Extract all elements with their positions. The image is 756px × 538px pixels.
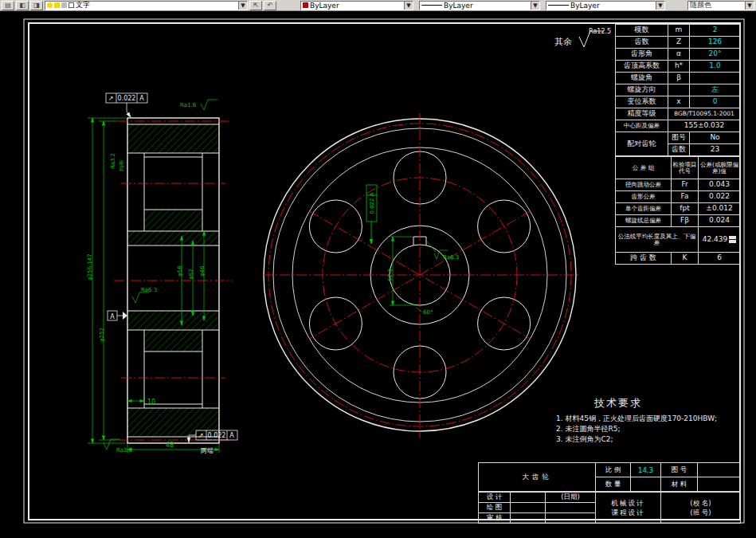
param-label: 模数 <box>616 25 668 37</box>
quantity-label: 数 量 <box>596 477 631 492</box>
table-row: 配对齿轮图号No <box>616 132 741 144</box>
param-symbol <box>668 84 690 96</box>
front-view-centerlines <box>263 113 579 438</box>
label-others: 其余 <box>554 37 572 47</box>
param-value: 1.0 <box>690 61 741 73</box>
layer-properties-icon[interactable]: ▤ <box>2 1 14 10</box>
chevron-down-icon[interactable]: ▼ <box>238 2 247 10</box>
param-label: 齿形公差 <box>616 191 672 203</box>
table-row: 螺旋角β <box>616 73 741 84</box>
param-symbol: h* <box>668 61 690 73</box>
tech-req-item: 1. 材料45钢，正火处理后齿面硬度170-210HBW; <box>556 414 722 424</box>
roughness-ra63-keyway: Ra6.3 <box>443 254 459 261</box>
gear-parameter-table: 模数m2 齿数Z126 齿形角α20° 齿顶高系数h*1.0 螺旋角β 螺旋方向… <box>615 24 740 265</box>
param-value <box>690 73 741 84</box>
layer-color-swatch <box>69 2 74 8</box>
gear-parameter-table-lower: 公 差 组检验项目代号公差(或极限偏差)值 径向跳动公差Fr0.043 齿形公差… <box>615 156 741 265</box>
dim-pitch-diameter: φ252 <box>99 328 105 342</box>
roughness-ra32-top: Ra3.2 <box>110 153 116 169</box>
quantity-value <box>631 477 661 492</box>
param-label: 齿数 <box>668 144 690 156</box>
title-block-lower: 设 计 (日期) 机械设计 课程设计 (校 名) (班 号) 绘 图 审 核 <box>478 492 741 524</box>
chevron-down-icon[interactable]: ▼ <box>531 2 539 10</box>
chevron-down-icon[interactable]: ▼ <box>656 2 664 10</box>
chevron-down-icon[interactable]: ▼ <box>745 2 754 10</box>
tech-req-title: 技术要求 <box>594 396 722 410</box>
dim-hub-diameter: φ62 <box>188 269 194 280</box>
current-linetype: ByLayer <box>444 2 473 10</box>
base-tangent-label: 公法线平均长度及其上、下偏差 <box>616 227 699 253</box>
tolerance-side-text: 0.022 A <box>369 192 375 214</box>
design-label: 设 计 <box>479 493 511 503</box>
make-object-layer-current-icon[interactable]: ⇱ <box>249 1 262 10</box>
roughness-ra32-bottom: Ra3.2 <box>116 447 132 454</box>
param-symbol: β <box>668 73 690 84</box>
tolerance-header: 公差(或极限偏差)值 <box>699 157 741 179</box>
school-class: (校 名) (班 号) <box>661 493 741 524</box>
layer-filter-icon[interactable]: ◨ <box>30 1 43 10</box>
tech-req-item: 3. 未注倒角为C2; <box>556 434 722 445</box>
drawing-no-value <box>698 463 741 477</box>
section-view-centerlines <box>114 121 233 440</box>
param-value: 0.043 <box>699 179 741 191</box>
param-symbol: Fr <box>672 179 699 191</box>
title-block-upper: 大齿轮 比 例 14.3 图 号 数 量 材 料 <box>478 462 741 492</box>
label-evenly-distributed: 均布 <box>119 159 125 172</box>
technical-requirements: 技术要求 1. 材料45钢，正火处理后齿面硬度170-210HBW; 2. 未注… <box>556 396 722 445</box>
scale-label: 比 例 <box>596 463 631 477</box>
plot-style-dropdown[interactable]: 随颜色 ▼ <box>687 1 754 10</box>
design-name-cell <box>511 493 546 503</box>
dim-inner-diameter: φ46 <box>199 265 206 277</box>
param-value: No <box>690 132 741 144</box>
label-both-ends: 两端 <box>200 447 213 454</box>
param-value: 0.024 <box>699 215 741 227</box>
param-label: 齿形角 <box>616 49 668 61</box>
layer-on-icon <box>47 2 53 8</box>
dim-keyway-angle: 60° <box>423 309 433 316</box>
roughness-ra63-hub: Ra6.3 <box>141 287 157 293</box>
dim-bore-diameter: φ58 <box>177 265 183 277</box>
layer-dropdown[interactable]: 文字 ▼ <box>45 1 248 10</box>
tolerance-group-header: 公 差 组 <box>616 157 672 179</box>
param-value: 0 <box>690 96 741 108</box>
tolerance-symbol: ↗ <box>198 432 204 439</box>
param-label: 螺旋线总偏差 <box>616 215 672 227</box>
param-value: 126 <box>690 37 741 49</box>
color-dropdown[interactable]: ByLayer ▼ <box>300 1 413 10</box>
layer-states-icon[interactable]: ◧ <box>16 1 29 10</box>
drawing-no-label: 图 号 <box>661 463 698 477</box>
datum-letter: A <box>110 313 115 320</box>
chevron-down-icon[interactable]: ▼ <box>404 2 413 10</box>
param-symbol: fpt <box>672 203 699 215</box>
table-row: 精度等级8GB/T10095.1-2001 <box>616 108 741 120</box>
roughness-ra125: Ra12.5 <box>589 28 611 35</box>
table-row: 公法线平均长度及其上、下偏差 42.439 <box>616 227 741 253</box>
layer-previous-icon[interactable]: ↶ <box>264 1 276 10</box>
table-row: 公 差 组检验项目代号公差(或极限偏差)值 <box>616 157 741 179</box>
lineweight-dropdown[interactable]: ByLayer ▼ <box>546 1 665 10</box>
param-symbol: Fa <box>672 191 699 203</box>
table-row: 单个齿距偏差fpt±0.012 <box>616 203 741 215</box>
current-color: ByLayer <box>310 2 339 10</box>
inspection-item-header: 检验项目代号 <box>672 157 699 179</box>
table-row: 齿形公差Fa0.022 <box>616 191 741 203</box>
param-value: 23 <box>690 144 741 156</box>
param-value: 2 <box>690 25 741 37</box>
param-symbol: α <box>668 49 690 61</box>
dim-face-width: 48 <box>166 442 174 449</box>
param-label: 螺旋方向 <box>616 84 668 96</box>
linetype-dropdown[interactable]: ByLayer ▼ <box>419 1 540 10</box>
param-label: 配对齿轮 <box>616 132 668 156</box>
part-name: 大齿轮 <box>479 463 596 492</box>
lineweight-sample-icon <box>548 5 569 6</box>
tech-req-item: 2. 未注圆角半径R5; <box>556 424 722 434</box>
tolerance-symbol: ↗ <box>108 95 114 102</box>
param-label: 径向跳动公差 <box>616 179 672 191</box>
param-label: 齿数 <box>616 37 668 49</box>
param-label: 齿顶高系数 <box>616 61 668 73</box>
draw-label: 绘 图 <box>479 503 511 513</box>
param-label: 跨 齿 数 <box>616 253 672 265</box>
linetype-sample-icon <box>421 5 442 6</box>
material-value <box>698 477 741 492</box>
dim-keyway-depth: 62.3 <box>387 269 394 281</box>
